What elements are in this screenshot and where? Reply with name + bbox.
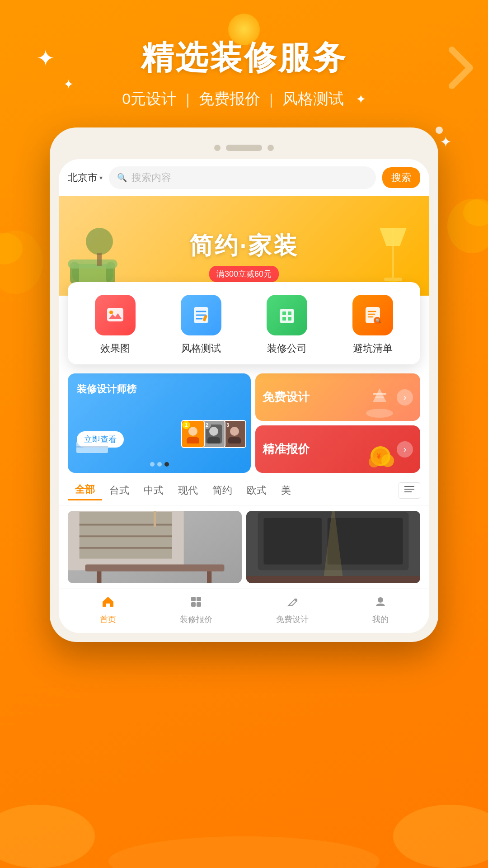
svg-rect-22 [282,311,286,315]
price-nav-icon [190,595,202,611]
icon-item-style[interactable]: 风格测试 [169,295,233,355]
tab-simple[interactable]: 简约 [205,481,239,500]
svg-point-39 [230,427,239,436]
svg-rect-21 [280,309,294,323]
svg-rect-61 [80,547,172,549]
icon-item-effect[interactable]: 效果图 [84,295,147,355]
free-design-arrow[interactable]: › [397,389,413,406]
nav-design[interactable]: 免费设计 [276,595,309,625]
tab-american[interactable]: 美 [274,481,298,500]
free-design-title: 免费设计 [263,389,310,405]
nav-me[interactable]: 我的 [372,595,389,625]
right-col: 免费设计 › [255,373,420,473]
pagination-dots [150,462,169,467]
home-label: 首页 [100,614,116,625]
category-tabs: 全部 台式 中式 现代 简约 欧式 美 [59,473,429,505]
free-design-banner[interactable]: 免费设计 › [255,373,420,421]
me-nav-label: 我的 [372,614,389,625]
tab-modern[interactable]: 现代 [171,481,205,500]
designer-avatar-2: 2 [202,420,225,448]
svg-rect-8 [68,259,117,269]
tab-chinese[interactable]: 中式 [136,481,171,500]
design-decoration [361,384,398,420]
banner-text-area: 简约·家装 [189,230,299,262]
room-image-1[interactable] [68,511,242,583]
icon-item-checklist[interactable]: 🔍 避坑清单 [341,295,404,355]
tab-all[interactable]: 全部 [68,480,102,500]
room-image-2[interactable] [246,511,420,583]
svg-rect-75 [246,576,420,583]
svg-rect-37 [207,437,220,443]
svg-rect-64 [207,571,211,583]
svg-rect-24 [282,317,286,321]
checklist-label: 避坑清单 [353,342,393,355]
search-input-area[interactable]: 🔍 搜索内容 [109,166,376,189]
svg-rect-76 [191,597,196,601]
phone-speaker [226,145,262,151]
svg-rect-40 [228,437,241,443]
svg-point-50 [381,454,394,467]
svg-text:🔍: 🔍 [375,318,381,324]
svg-rect-15 [107,308,123,321]
phone-notch [59,137,429,159]
location-arrow-icon: ▾ [99,174,103,181]
svg-rect-78 [191,602,196,607]
phone-camera-2 [267,145,274,151]
designer-avatars: 1 2 3 [184,420,246,448]
design-nav-icon [286,595,299,611]
company-label: 装修公司 [267,342,307,355]
search-button[interactable]: 搜索 [382,167,420,188]
svg-point-51 [369,457,380,467]
divider-1: | [186,90,190,108]
phone-wrapper: 北京市 ▾ 🔍 搜索内容 搜索 [0,127,488,642]
nav-home[interactable]: 首页 [100,595,116,625]
promo-tag: 满300立减60元 [209,266,279,282]
svg-rect-63 [97,571,101,583]
me-nav-icon [374,595,387,611]
phone-inner: 北京市 ▾ 🔍 搜索内容 搜索 [59,159,429,633]
subtitle-item-3: 风格测试 [282,89,344,109]
sparkle-inline: ✦ [356,92,366,107]
two-col-section: 装修设计师榜 1 [59,364,429,473]
svg-rect-79 [197,602,201,607]
tab-taiwanese[interactable]: 台式 [102,481,136,500]
search-placeholder-text: 搜索内容 [131,171,171,184]
table-svg [74,439,110,459]
svg-rect-34 [187,437,199,443]
phone-mockup: 北京市 ▾ 🔍 搜索内容 搜索 [50,127,438,642]
subtitle-item-1: 0元设计 [122,89,177,109]
svg-point-82 [378,597,383,603]
price-content: 精准报价 [263,441,310,457]
price-banner[interactable]: 精准报价 › ¥ [255,425,420,473]
designer-avatar-1: 1 [181,420,205,448]
hero-section: 精选装修服务 0元设计 | 免费报价 | 风格测试 ✦ [0,0,488,127]
svg-rect-77 [197,597,201,601]
location-text: 北京市 [68,171,98,184]
svg-rect-72 [264,518,322,565]
svg-point-80 [295,599,297,601]
divider-2: | [269,90,273,108]
phone-camera [214,145,221,151]
svg-marker-46 [373,388,386,402]
filter-icon[interactable] [399,482,420,499]
designer-avatar-3: 3 [223,420,246,448]
design-nav-label: 免费设计 [276,614,309,625]
coin-decoration: ¥ [361,436,400,472]
image-grid [59,505,429,589]
svg-rect-25 [288,317,291,321]
search-icon: 🔍 [117,173,127,183]
icon-item-company[interactable]: 装修公司 [255,295,319,355]
svg-rect-10 [97,253,102,266]
tab-european[interactable]: 欧式 [239,481,274,500]
home-icon [102,595,114,611]
platform-oval [108,836,380,868]
nav-price[interactable]: 装修报价 [180,595,212,625]
designer-ranking-banner[interactable]: 装修设计师榜 1 [68,373,251,473]
location-button[interactable]: 北京市 ▾ [68,171,103,184]
style-icon-circle [181,295,221,335]
checklist-icon-circle: 🔍 [352,295,393,335]
bottom-cloud-left [0,805,95,868]
hero-subtitle: 0元设计 | 免费报价 | 风格测试 ✦ [27,89,461,109]
bottom-cloud-right [393,805,488,868]
banner-title: 简约·家装 [189,230,299,262]
